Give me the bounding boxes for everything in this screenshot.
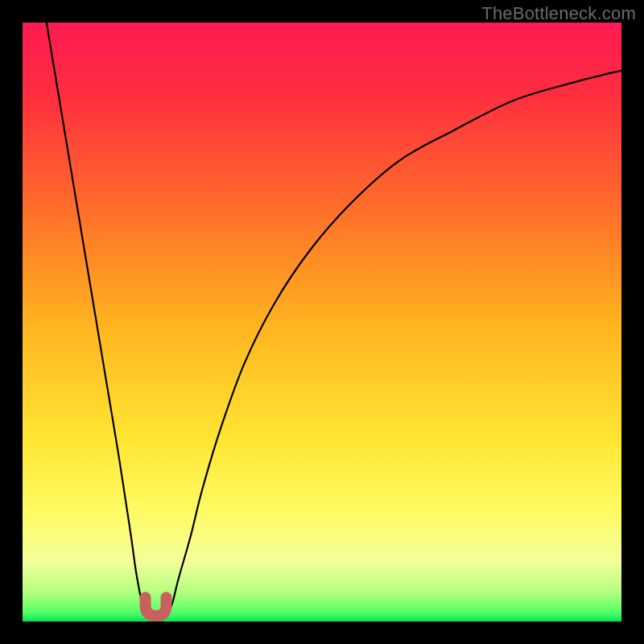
chart-svg bbox=[23, 23, 621, 621]
chart-frame: TheBottleneck.com bbox=[0, 0, 644, 644]
watermark-text: TheBottleneck.com bbox=[481, 3, 636, 24]
plot-area bbox=[23, 23, 621, 621]
gradient-background bbox=[23, 23, 621, 621]
